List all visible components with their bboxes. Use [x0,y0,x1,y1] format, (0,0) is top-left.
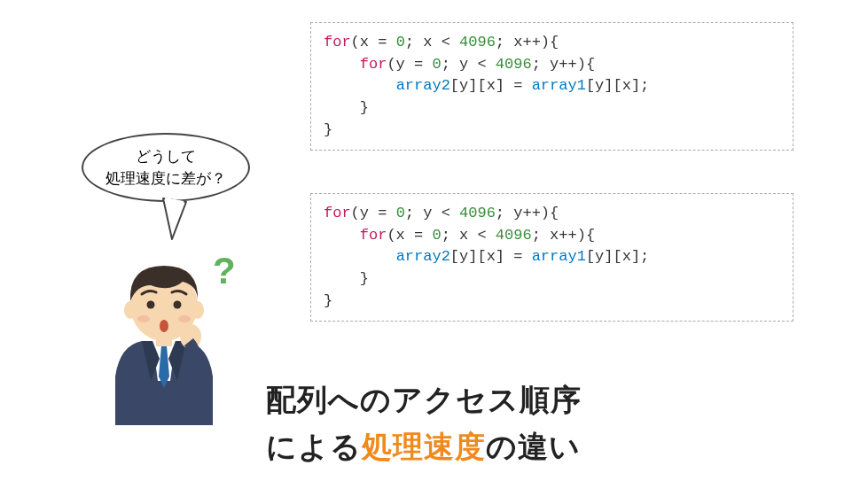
number-literal: 0 [432,56,441,73]
code-text: (x = [387,227,432,244]
identifier-array2: array2 [396,77,450,94]
number-literal: 0 [396,205,405,221]
identifier-array1: array1 [532,248,586,265]
code-text: } [324,270,369,287]
code-text: [y][x]; [586,248,649,265]
code-text: ; y++){ [496,205,559,221]
code-text: } [324,292,332,309]
number-literal: 0 [432,227,441,244]
code-text: ; y < [442,56,496,73]
number-literal: 4096 [496,56,532,73]
code-block-1: for(x = 0; x < 4096; x++){ for(y = 0; y … [310,22,793,151]
svg-point-3 [192,301,204,319]
code-text: (y = [387,56,432,73]
identifier-array1: array1 [532,77,586,94]
keyword-for: for [324,205,351,221]
bubble-line-2: 処理速度に差が？ [106,170,226,187]
code-block-2: for(y = 0; y < 4096; y++){ for(x = 0; x … [310,193,793,322]
title-line-2c: の違い [486,430,581,463]
keyword-for: for [360,227,387,244]
number-literal: 4096 [496,227,532,244]
title-line-1: 配列へのアクセス順序 [266,383,582,416]
number-literal: 0 [396,34,405,50]
identifier-array2: array2 [396,248,450,265]
number-literal: 4096 [459,34,496,50]
keyword-for: for [324,34,351,50]
svg-point-5 [174,301,182,309]
code-text: } [324,121,332,138]
bubble-text: どうして 処理速度に差が？ [106,145,226,190]
slide-title: 配列へのアクセス順序 による処理速度の違い [266,376,582,469]
code-text: [y][x] = [450,248,532,265]
svg-point-4 [147,301,155,309]
code-text: [y][x]; [586,77,649,94]
svg-point-2 [124,301,137,319]
bubble-line-1: どうして [136,148,196,165]
svg-point-6 [160,320,168,332]
speech-bubble: どうして 処理速度に差が？ [82,133,250,202]
code-text: ; x++){ [496,34,559,50]
confused-person-icon: ? [89,248,239,425]
code-text: ; y++){ [532,56,595,73]
code-text: (x = [351,34,396,50]
code-text: ; x < [405,34,459,50]
code-text: ; x < [442,227,496,244]
title-highlight: 処理速度 [362,430,486,463]
code-text: (y = [351,205,396,221]
number-literal: 4096 [459,205,496,221]
svg-point-7 [137,315,150,322]
svg-point-8 [178,315,191,322]
keyword-for: for [360,56,387,73]
code-text: } [324,99,369,116]
code-text: ; x++){ [532,227,595,244]
title-line-2a: による [266,430,362,463]
code-text: [y][x] = [450,77,532,94]
question-mark-icon: ? [213,250,236,291]
code-text: ; y < [405,205,459,221]
